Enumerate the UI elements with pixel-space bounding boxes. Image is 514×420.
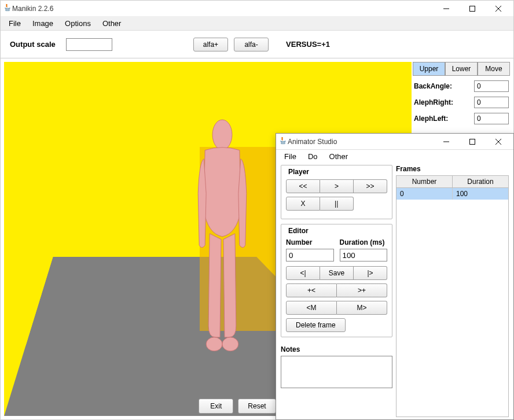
tab-lower[interactable]: Lower	[445, 62, 478, 75]
menu-file[interactable]: File	[3, 17, 27, 30]
prop-label: AlephLeft:	[414, 115, 474, 123]
prop-alephleft: AlephLeft:	[414, 113, 509, 124]
duration-label: Duration (ms)	[340, 238, 388, 246]
animator-menubar: File Do Other	[276, 150, 513, 163]
prev-frame-button[interactable]: <|	[286, 266, 320, 280]
backangle-input[interactable]	[474, 80, 509, 92]
tab-upper[interactable]: Upper	[413, 62, 445, 75]
frames-col-duration[interactable]: Duration	[453, 176, 508, 187]
pause-button[interactable]: ||	[320, 197, 354, 211]
versus-label: VERSUS=+1	[286, 40, 330, 49]
minimize-button[interactable]	[433, 1, 459, 17]
animator-titlebar[interactable]: Animator Studio	[276, 134, 513, 150]
mark-end-button[interactable]: M>	[337, 301, 387, 315]
exit-button[interactable]: Exit	[199, 399, 233, 414]
prop-label: BackAngle:	[414, 82, 474, 90]
main-menubar: File Image Options Other	[1, 17, 513, 31]
svg-point-7	[212, 120, 232, 150]
alfa-plus-button[interactable]: alfa+	[193, 38, 228, 51]
delete-frame-button[interactable]: Delete frame	[286, 318, 346, 332]
svg-point-8	[206, 337, 222, 351]
svg-rect-11	[469, 139, 475, 144]
java-icon	[278, 136, 288, 147]
main-title: Manikin 2.2.6	[12, 5, 433, 13]
play-button[interactable]: >	[320, 179, 354, 193]
output-scale-input[interactable]	[66, 38, 112, 51]
frames-label: Frames	[396, 165, 509, 173]
stop-button[interactable]: X	[286, 197, 320, 211]
main-toolbar: Output scale alfa+ alfa- VERSUS=+1	[1, 31, 513, 58]
manikin-figure	[188, 119, 257, 395]
next-frame-button[interactable]: |>	[354, 266, 387, 280]
number-label: Number	[286, 238, 334, 246]
alephleft-input[interactable]	[474, 113, 509, 124]
tab-move[interactable]: Move	[478, 62, 510, 75]
animator-menu-other[interactable]: Other	[324, 150, 354, 163]
notes-label: Notes	[281, 345, 392, 353]
close-button[interactable]	[485, 1, 511, 17]
save-frame-button[interactable]: Save	[320, 266, 354, 280]
player-title: Player	[286, 168, 311, 176]
animator-dialog: Animator Studio File Do Other Player << …	[276, 133, 514, 420]
player-group: Player << > >> X ||	[281, 165, 392, 219]
svg-point-9	[222, 337, 238, 351]
menu-other[interactable]: Other	[97, 17, 127, 30]
insert-after-button[interactable]: >+	[337, 283, 387, 297]
insert-before-button[interactable]: +<	[286, 283, 337, 297]
animator-title: Animator Studio	[288, 138, 433, 146]
animator-menu-do[interactable]: Do	[302, 150, 324, 163]
animator-close-button[interactable]	[485, 134, 511, 150]
notes-textarea[interactable]	[281, 356, 392, 388]
rewind-button[interactable]: <<	[286, 179, 320, 193]
alephright-input[interactable]	[474, 97, 509, 108]
table-row[interactable]: 0 100	[396, 188, 508, 200]
editor-group: Editor Number Duration (ms) <| Save |>	[281, 224, 392, 337]
frame-number-cell: 0	[396, 188, 453, 200]
animator-menu-file[interactable]: File	[278, 150, 302, 163]
menu-options[interactable]: Options	[59, 17, 97, 30]
forward-button[interactable]: >>	[354, 179, 387, 193]
maximize-button[interactable]	[459, 1, 485, 17]
prop-alephright: AlephRight:	[414, 97, 509, 108]
alfa-minus-button[interactable]: alfa-	[234, 38, 269, 51]
mark-start-button[interactable]: <M	[286, 301, 337, 315]
animator-maximize-button[interactable]	[459, 134, 485, 150]
editor-title: Editor	[286, 227, 311, 235]
duration-input[interactable]	[340, 249, 388, 261]
svg-rect-1	[469, 6, 475, 11]
prop-label: AlephRight:	[414, 98, 474, 106]
animator-minimize-button[interactable]	[433, 134, 459, 150]
java-icon	[3, 3, 12, 14]
frame-duration-cell: 100	[453, 188, 508, 200]
reset-button[interactable]: Reset	[238, 399, 276, 414]
properties-panel: BackAngle: AlephRight: AlephLeft:	[413, 76, 510, 134]
menu-image[interactable]: Image	[27, 17, 59, 30]
tabs: Upper Lower Move	[413, 62, 510, 76]
prop-backangle: BackAngle:	[414, 80, 509, 92]
frames-col-number[interactable]: Number	[396, 176, 453, 187]
number-input[interactable]	[286, 249, 334, 261]
main-titlebar: Manikin 2.2.6	[1, 1, 513, 17]
output-scale-label: Output scale	[10, 40, 56, 49]
frames-table[interactable]: Number Duration 0 100	[396, 175, 509, 417]
